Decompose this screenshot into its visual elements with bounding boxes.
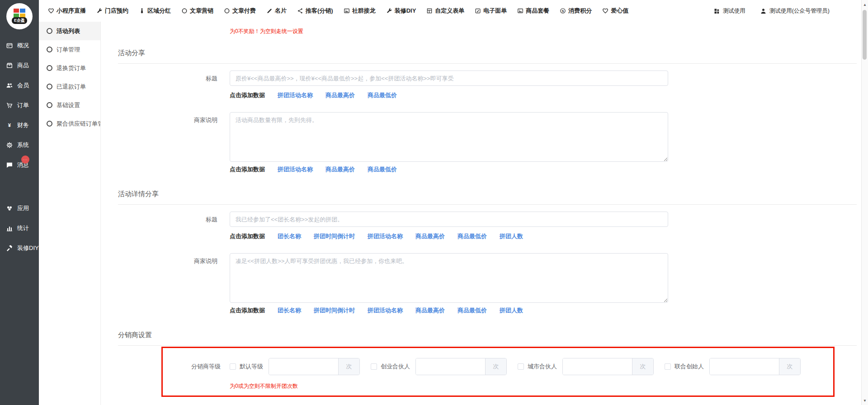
submenu-item-supply-chain-orders[interactable]: 聚合供应链订单管 <box>39 114 100 133</box>
detail-share-title-input[interactable] <box>230 212 668 227</box>
insert-token-link[interactable]: 拼团活动名称 <box>278 165 313 174</box>
sidebar-item-label: 装修DIY <box>17 244 39 252</box>
topnav-item-e-waybill[interactable]: 电子面单 <box>475 7 507 15</box>
image-icon <box>517 8 524 14</box>
wrench-icon <box>96 8 103 14</box>
circle-bullet-icon <box>47 28 52 34</box>
apps-icon <box>713 8 720 14</box>
submenu-item-refunded-orders[interactable]: 已退款订单 <box>39 77 100 96</box>
title-field-label: 标题 <box>118 71 230 86</box>
insert-token-link[interactable]: 拼团人数 <box>500 232 523 240</box>
default-level-times-input[interactable] <box>269 358 338 375</box>
insert-token-link[interactable]: 商品最低价 <box>458 232 487 240</box>
sidebar-item-statistics[interactable]: 统计 <box>0 218 39 238</box>
add-data-label: 点击添加数据 <box>230 165 265 174</box>
level-group-city-partner: 城市合伙人 次 <box>518 358 654 375</box>
sidebar-item-label: 概况 <box>17 42 29 50</box>
sidebar-item-messages[interactable]: 消息 ··· <box>0 155 39 175</box>
heart-icon <box>48 8 54 14</box>
image-icon <box>344 8 350 14</box>
sidebar-item-goods[interactable]: 商品 <box>0 56 39 75</box>
sidebar-item-label: 商品 <box>17 61 29 70</box>
circle-icon <box>181 8 188 14</box>
insert-token-link[interactable]: 拼团活动名称 <box>368 232 403 240</box>
insert-token-link[interactable]: 商品最高价 <box>326 165 355 174</box>
city-partner-times-input[interactable] <box>563 358 632 375</box>
sidebar-item-applications[interactable]: 应用 <box>0 198 39 218</box>
members-icon <box>6 82 13 89</box>
topnav-item-points[interactable]: 消费积分 <box>560 7 592 15</box>
hammer-icon <box>6 245 13 252</box>
edit-square-icon <box>475 8 481 14</box>
main-content: 为0不奖励！为空则走统一设置 活动分享 标题 点击添加数据 拼团活动名称 商品最… <box>101 22 868 405</box>
topnav-item-article-marketing[interactable]: 文章营销 <box>181 7 213 15</box>
submenu-item-return-orders[interactable]: 退换货订单 <box>39 59 100 77</box>
activity-share-desc-textarea[interactable] <box>230 112 668 162</box>
sidebar-item-orders[interactable]: 订单 <box>0 95 39 115</box>
level-label: 城市合伙人 <box>528 363 557 371</box>
submenu-item-order-management[interactable]: 订单管理 <box>39 40 100 59</box>
vertical-scrollbar[interactable]: ▲ ▼ <box>861 0 868 405</box>
sidebar-item-overview[interactable]: 概况 <box>0 36 39 56</box>
primary-sidebar: E企盈 概况 商品 会员 订单 财务 系统 消息 ··· <box>0 0 39 405</box>
startup-partner-times-input[interactable] <box>416 358 485 375</box>
topnav-item-group-chain[interactable]: 社群接龙 <box>344 7 376 15</box>
topnav-item-distribution[interactable]: 推客(分销) <box>297 7 333 15</box>
topnav-item-live[interactable]: 小程序直播 <box>48 7 86 15</box>
topnav-item-love-value[interactable]: 爱心值 <box>602 7 628 15</box>
insert-token-link[interactable]: 团长名称 <box>278 306 301 315</box>
circle-bullet-icon <box>47 102 52 108</box>
user-menu[interactable]: 测试使用(公众号管理员) <box>760 7 830 15</box>
brand-logo[interactable]: E企盈 <box>6 3 33 29</box>
points-icon <box>560 8 566 14</box>
message-icon <box>6 161 13 169</box>
insert-token-link[interactable]: 拼团时间倒计时 <box>314 232 355 240</box>
circle-bullet-icon <box>47 121 52 127</box>
sidebar-item-system[interactable]: 系统 <box>0 135 39 155</box>
insert-token-link[interactable]: 商品最低价 <box>458 306 487 315</box>
startup-partner-checkbox[interactable] <box>371 363 377 370</box>
sidebar-item-diy[interactable]: 装修DIY <box>0 238 39 258</box>
insert-token-link[interactable]: 团长名称 <box>278 232 301 240</box>
co-founder-checkbox[interactable] <box>665 363 671 370</box>
scrollbar-thumb[interactable] <box>863 10 867 60</box>
insert-token-link[interactable]: 拼团时间倒计时 <box>314 306 355 315</box>
topnav-item-article-paid[interactable]: 文章付费 <box>224 7 256 15</box>
sidebar-item-finance[interactable]: 财务 <box>0 115 39 135</box>
scroll-down-arrow-icon[interactable]: ▼ <box>862 397 868 404</box>
topnav-item-region-bonus[interactable]: 区域分红 <box>139 7 171 15</box>
distributor-levels: 默认等级 次 创业合伙人 <box>230 358 801 375</box>
insert-token-link[interactable]: 拼团人数 <box>500 306 523 315</box>
activity-share-title-input[interactable] <box>230 71 668 86</box>
topnav-item-store-booking[interactable]: 门店预约 <box>96 7 128 15</box>
brand-name: E企盈 <box>12 17 27 24</box>
insert-token-link[interactable]: 商品最低价 <box>368 165 397 174</box>
level-label: 创业合伙人 <box>381 363 410 371</box>
insert-token-link[interactable]: 商品最高价 <box>415 306 445 315</box>
insert-token-link[interactable]: 拼团活动名称 <box>278 91 313 99</box>
cart-icon <box>6 102 13 109</box>
brand-logo-mark <box>14 9 25 18</box>
sidebar-item-label: 订单 <box>17 101 29 109</box>
workspace-switcher[interactable]: 测试使用 <box>713 7 745 15</box>
city-partner-checkbox[interactable] <box>518 363 524 370</box>
sidebar-item-label: 财务 <box>17 121 29 129</box>
topnav-item-business-card[interactable]: 名片 <box>266 7 287 15</box>
submenu-item-activity-list[interactable]: 活动列表 <box>39 22 100 40</box>
sidebar-item-members[interactable]: 会员 <box>0 75 39 95</box>
topnav-item-custom-form[interactable]: 自定义表单 <box>426 7 464 15</box>
default-level-checkbox[interactable] <box>230 363 236 370</box>
submenu-item-basic-settings[interactable]: 基础设置 <box>39 96 100 114</box>
add-data-label: 点击添加数据 <box>230 232 265 240</box>
topnav-item-product-bundle[interactable]: 商品套餐 <box>517 7 549 15</box>
section-title-detail-share: 活动详情分享 <box>118 190 857 205</box>
insert-token-link[interactable]: 商品最低价 <box>368 91 397 99</box>
insert-token-link[interactable]: 商品最高价 <box>415 232 445 240</box>
scroll-up-arrow-icon[interactable]: ▲ <box>862 1 868 8</box>
detail-share-desc-textarea[interactable] <box>230 253 668 303</box>
times-suffix: 次 <box>338 358 359 375</box>
co-founder-times-input[interactable] <box>710 358 779 375</box>
insert-token-link[interactable]: 拼团活动名称 <box>368 306 403 315</box>
topnav-item-diy[interactable]: 装修DIY <box>386 7 416 15</box>
insert-token-link[interactable]: 商品最高价 <box>326 91 355 99</box>
